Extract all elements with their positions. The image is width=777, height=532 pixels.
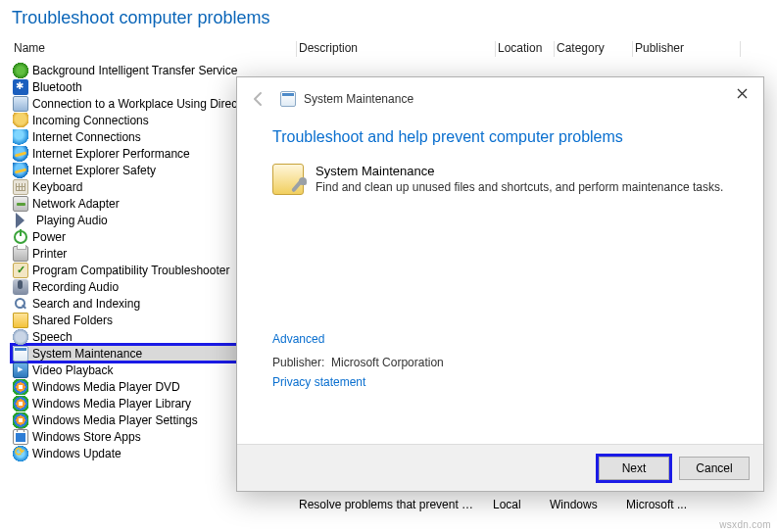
wmp-icon	[13, 379, 28, 395]
wizard-dialog: System Maintenance Troubleshoot and help…	[236, 76, 764, 492]
list-item[interactable]: Playing Audio	[12, 212, 267, 228]
cell-location: Local	[493, 498, 550, 511]
wizard-footer: Next Cancel	[237, 444, 763, 491]
list-item[interactable]: Internet Explorer Performance	[12, 145, 267, 162]
list-item[interactable]: Windows Media Player DVD	[12, 378, 267, 395]
wizard-header: System Maintenance	[237, 77, 763, 121]
list-item[interactable]: Bluetooth	[12, 78, 267, 95]
cell-publisher: Microsoft ...	[626, 498, 714, 511]
page-title: Troubleshoot computer problems	[0, 0, 777, 38]
network-icon	[13, 196, 28, 212]
column-header-description[interactable]: Description	[297, 39, 496, 59]
privacy-statement-link[interactable]: Privacy statement	[272, 375, 728, 389]
list-item-label: Windows Media Player DVD	[32, 380, 180, 394]
list-item[interactable]: Search and Indexing	[12, 295, 267, 312]
list-item-label: Windows Update	[32, 447, 121, 460]
close-button[interactable]	[722, 79, 761, 107]
ie-icon	[13, 146, 28, 162]
list-item[interactable]: Speech	[12, 328, 267, 345]
wizard-heading: Troubleshoot and help prevent computer p…	[272, 128, 728, 146]
compat-icon	[13, 263, 28, 278]
next-button[interactable]: Next	[599, 457, 669, 480]
internet-icon	[13, 129, 28, 145]
list-item-label: Program Compatibility Troubleshooter	[32, 264, 229, 277]
printer-icon	[13, 246, 28, 262]
list-item[interactable]: Keyboard	[12, 178, 267, 195]
list-item[interactable]: Recording Audio	[12, 278, 267, 295]
list-item-label: System Maintenance	[32, 347, 142, 361]
table-row[interactable]: Resolve problems that prevent yo... Loca…	[299, 498, 714, 511]
list-item[interactable]: Internet Explorer Safety	[12, 162, 267, 178]
list-item-label: Internet Explorer Safety	[32, 164, 156, 177]
list-item[interactable]: Program Compatibility Troubleshooter	[12, 262, 267, 278]
wizard-header-title: System Maintenance	[304, 92, 413, 106]
keyboard-icon	[13, 179, 28, 195]
system-maintenance-large-icon	[272, 164, 304, 195]
audio-icon	[16, 213, 32, 228]
back-arrow-icon	[250, 90, 267, 108]
list-item[interactable]: Video Playback	[12, 362, 267, 378]
watermark: wsxdn.com	[719, 519, 771, 530]
mic-icon	[13, 279, 28, 295]
list-item-label: Connection to a Workplace Using DirectAc…	[32, 97, 267, 111]
list-item[interactable]: Printer	[12, 245, 267, 262]
list-item[interactable]: System Maintenance	[12, 345, 267, 362]
list-item-label: Shared Folders	[32, 314, 113, 327]
list-item-label: Windows Media Player Library	[32, 397, 191, 411]
column-header-category[interactable]: Category	[555, 39, 633, 59]
column-header-publisher[interactable]: Publisher	[633, 39, 741, 59]
wizard-item-title: System Maintenance	[316, 164, 723, 178]
list-item-label: Internet Connections	[32, 130, 141, 144]
list-item[interactable]: Connection to a Workplace Using DirectAc…	[12, 95, 267, 112]
column-header-location[interactable]: Location	[496, 39, 555, 59]
workplace-icon	[13, 96, 28, 112]
list-item[interactable]: Network Adapter	[12, 195, 267, 212]
list-item-label: Printer	[32, 247, 67, 261]
ie-icon	[13, 163, 28, 178]
list-item-label: Incoming Connections	[32, 114, 149, 127]
wizard-item-description: Find and clean up unused files and short…	[316, 180, 723, 194]
list-item-label: Power	[32, 230, 66, 244]
cell-category: Windows	[550, 498, 626, 511]
list-item[interactable]: Windows Media Player Settings	[12, 411, 267, 428]
bits-icon	[13, 63, 28, 78]
update-icon	[13, 446, 28, 461]
list-item-label: Playing Audio	[36, 214, 108, 227]
list-item-label: Windows Store Apps	[32, 430, 141, 444]
back-button	[247, 87, 270, 111]
list-item-label: Keyboard	[32, 180, 82, 194]
column-header-name[interactable]: Name	[12, 39, 297, 59]
list-item[interactable]: Shared Folders	[12, 312, 267, 328]
speech-icon	[13, 329, 28, 345]
search-icon	[13, 296, 28, 312]
wmp-icon	[13, 412, 28, 428]
wmp-icon	[13, 396, 28, 411]
incoming-icon	[13, 113, 28, 128]
list-item[interactable]: Power	[12, 228, 267, 245]
sysm-icon	[13, 346, 28, 362]
list-item-label: Bluetooth	[32, 80, 82, 94]
list-item-label: Background Intelligent Transfer Service	[32, 64, 237, 77]
list-item[interactable]: Incoming Connections	[12, 112, 267, 128]
list-item-label: Windows Media Player Settings	[32, 413, 198, 427]
wizard-body: Troubleshoot and help prevent computer p…	[237, 121, 763, 444]
list-item[interactable]: Windows Media Player Library	[12, 395, 267, 411]
store-icon	[13, 429, 28, 445]
power-icon	[13, 229, 28, 245]
cell-description: Resolve problems that prevent yo...	[299, 498, 493, 511]
publisher-value: Microsoft Corporation	[331, 356, 444, 369]
list-item[interactable]: Windows Update	[12, 445, 267, 461]
list-item-label: Video Playback	[32, 363, 114, 377]
video-icon	[13, 363, 28, 378]
column-headers: Name Description Location Category Publi…	[0, 38, 777, 60]
list-item[interactable]: Windows Store Apps	[12, 428, 267, 445]
list-item[interactable]: Background Intelligent Transfer Service	[12, 62, 267, 78]
list-item-label: Internet Explorer Performance	[32, 147, 190, 161]
list-item-label: Speech	[32, 330, 73, 344]
publisher-label: Publisher:	[272, 356, 324, 369]
list-item[interactable]: Internet Connections	[12, 128, 267, 145]
cancel-button[interactable]: Cancel	[679, 457, 750, 480]
advanced-link[interactable]: Advanced	[272, 332, 728, 346]
close-icon	[737, 88, 748, 99]
bluetooth-icon	[13, 79, 28, 95]
